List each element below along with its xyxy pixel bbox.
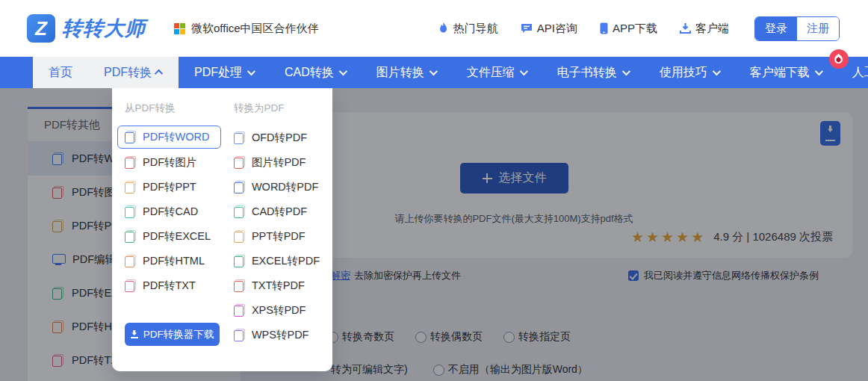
nav-item-pdf-process[interactable]: PDF处理: [179, 57, 269, 88]
document-icon: [125, 131, 136, 143]
menu-item-pdf-to-ppt[interactable]: PDF转PPT: [125, 175, 224, 199]
menu-item-cad-to-pdf[interactable]: CAD转PDF: [234, 199, 320, 224]
chevron-down-icon: [815, 67, 823, 75]
menu-item-pdf-to-html[interactable]: PDF转HTML: [125, 249, 224, 273]
chevron-up-icon: [155, 69, 163, 78]
document-icon: [234, 304, 245, 317]
chevron-down-icon: [713, 67, 721, 75]
document-icon: [125, 181, 136, 193]
menu-item-excel-to-pdf[interactable]: EXCEL转PDF: [234, 249, 320, 273]
dropdown-col-title-to: 转换为PDF: [234, 101, 320, 116]
chevron-down-icon: [247, 67, 255, 75]
flame-icon: [438, 22, 449, 34]
login-button[interactable]: 登录: [755, 17, 797, 40]
main-nav: 首页 PDF转换 PDF处理 CAD转换 图片转换 文件压缩 电子书转换 使用技…: [0, 57, 868, 88]
document-icon: [125, 230, 136, 243]
document-icon: [234, 205, 245, 218]
pdf-converter-download-button[interactable]: PDF转换器下载: [125, 323, 220, 346]
document-icon: [234, 279, 245, 292]
chevron-down-icon: [622, 67, 630, 75]
dropdown-col-title-from: 从PDF转换: [125, 101, 224, 116]
partner-text: 微软office中国区合作伙伴: [191, 22, 319, 36]
auth-buttons: 登录 注册: [754, 16, 840, 41]
register-button[interactable]: 注册: [797, 17, 839, 40]
nav-item-manual-convert[interactable]: 人工转换 HOT: [837, 57, 868, 88]
document-icon: [234, 329, 245, 341]
menu-item-word-to-pdf[interactable]: WORD转PDF: [234, 175, 320, 199]
header-links: 热门导航 API咨询 APP下载 客户端: [438, 22, 729, 36]
menu-item-xps-to-pdf[interactable]: XPS转PDF: [234, 298, 320, 323]
chevron-down-icon: [520, 67, 528, 75]
menu-item-txt-to-pdf[interactable]: TXT转PDF: [234, 273, 320, 298]
menu-item-image-to-pdf[interactable]: 图片转PDF: [234, 150, 320, 175]
header-link-client[interactable]: 客户端: [680, 22, 729, 36]
document-icon: [234, 181, 245, 193]
header: Z 转转大师 微软office中国区合作伙伴 热门导航 API咨询 APP下载 …: [0, 0, 868, 57]
chat-icon: [521, 23, 533, 34]
header-link-hot-nav[interactable]: 热门导航: [438, 22, 498, 36]
document-icon: [125, 205, 136, 218]
nav-item-image-convert[interactable]: 图片转换: [361, 57, 451, 88]
chevron-down-icon: [339, 67, 347, 75]
nav-item-cad-convert[interactable]: CAD转换: [269, 57, 361, 88]
document-icon: [234, 131, 245, 144]
partner-badge: 微软office中国区合作伙伴: [174, 22, 319, 36]
document-icon: [125, 255, 136, 267]
document-icon: [125, 156, 136, 169]
menu-item-pdf-to-cad[interactable]: PDF转CAD: [125, 199, 224, 224]
pdf-convert-dropdown: 从PDF转换 PDF转WORD PDF转图片 PDF转PPT PDF转CAD P…: [112, 88, 332, 371]
header-link-app[interactable]: APP下载: [600, 22, 657, 36]
header-link-api[interactable]: API咨询: [521, 22, 577, 36]
menu-item-ofd-to-pdf[interactable]: OFD转PDF: [234, 126, 320, 150]
menu-item-pdf-to-excel[interactable]: PDF转EXCEL: [125, 224, 224, 249]
menu-item-pdf-to-image[interactable]: PDF转图片: [125, 150, 224, 175]
nav-item-tips[interactable]: 使用技巧: [644, 57, 734, 88]
document-icon: [125, 279, 136, 292]
download-icon: [131, 330, 138, 338]
brand-name: 转转大师: [62, 15, 146, 42]
document-icon: [234, 156, 245, 169]
menu-item-wps-to-pdf[interactable]: WPS转PDF: [234, 323, 320, 347]
brand-logo-icon: Z: [27, 14, 55, 43]
nav-item-file-compress[interactable]: 文件压缩: [451, 57, 542, 88]
menu-item-pdf-to-txt[interactable]: PDF转TXT: [125, 273, 224, 298]
nav-item-ebook-convert[interactable]: 电子书转换: [542, 57, 644, 88]
nav-item-pdf-convert[interactable]: PDF转换: [88, 57, 179, 88]
menu-item-pdf-to-word[interactable]: PDF转WORD: [117, 126, 221, 149]
menu-item-ppt-to-pdf[interactable]: PPT转PDF: [234, 224, 320, 249]
document-icon: [234, 255, 245, 267]
download-icon: [680, 23, 691, 34]
microsoft-logo-icon: [174, 23, 185, 34]
page-content: PDF转其他 PDF转WORD PDF转图片 PDF转PPT PDF编辑器 PD…: [0, 88, 868, 381]
nav-item-home[interactable]: 首页: [33, 57, 88, 88]
document-icon: [234, 230, 245, 243]
phone-icon: [600, 22, 608, 34]
chevron-down-icon: [430, 67, 438, 75]
brand-logo[interactable]: Z 转转大师: [27, 14, 146, 43]
nav-item-client-download[interactable]: 客户端下载: [734, 57, 837, 88]
